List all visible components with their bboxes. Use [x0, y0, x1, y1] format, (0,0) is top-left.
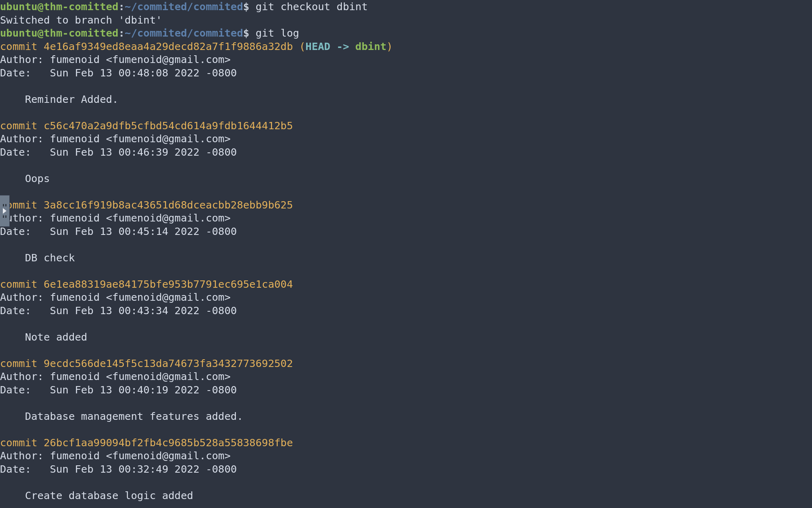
chevron-right-icon [3, 208, 6, 214]
commit-message: DB check [0, 252, 75, 264]
prompt-dollar: $ [243, 27, 249, 39]
output-text: Date: Sun Feb 13 00:40:19 2022 -0800 [0, 384, 237, 396]
commit-keyword: commit [0, 40, 43, 52]
terminal-line: DB check [0, 251, 812, 265]
terminal-line: commit 9ecdc566de145f5c13da74673fa343277… [0, 357, 812, 370]
prompt-path: ~/commited/commited [125, 27, 243, 39]
terminal-line [0, 238, 812, 251]
terminal-line [0, 475, 812, 489]
commit-hash: 3a8cc16f919b8ac43651d68dceacbb28ebb9b625 [43, 199, 293, 211]
commit-message: Oops [0, 172, 50, 185]
prompt-colon: : [119, 0, 125, 13]
command-text: git checkout dbint [249, 0, 368, 13]
output-text: Author: fumenoid <fumenoid@gmail.com> [0, 53, 231, 65]
commit-message: Note added [0, 331, 87, 343]
terminal-line: Author: fumenoid <fumenoid@gmail.com> [0, 370, 812, 383]
panel-expand-handle[interactable] [0, 195, 10, 227]
terminal-line: Author: fumenoid <fumenoid@gmail.com> [0, 449, 812, 462]
terminal-line: Create database logic added [0, 489, 812, 502]
ref-open-paren: ( [293, 40, 306, 52]
commit-hash: 4e16af9349ed8eaa4a29decd82a7f1f9886a32db [43, 40, 293, 52]
output-text: Author: fumenoid <fumenoid@gmail.com> [0, 291, 231, 303]
terminal-line: Reminder Added. [0, 93, 812, 106]
commit-keyword: commit [0, 119, 43, 132]
commit-keyword: commit [0, 278, 43, 290]
commit-message: Reminder Added. [0, 93, 119, 105]
terminal-line: Author: fumenoid <fumenoid@gmail.com> [0, 53, 812, 66]
terminal-line: commit 6e1ea88319ae84175bfe953b7791ec695… [0, 278, 812, 291]
head-ref: HEAD -> [305, 40, 355, 52]
prompt-user: ubuntu@thm-comitted [0, 0, 119, 13]
commit-hash: c56c470a2a9dfb5cfbd54cd614a9fdb1644412b5 [43, 119, 293, 132]
output-text: Date: Sun Feb 13 00:43:34 2022 -0800 [0, 304, 237, 317]
terminal-line [0, 343, 812, 357]
terminal-line: commit 26bcf1aa99094bf2fb4c9685b528a5583… [0, 436, 812, 449]
terminal-line [0, 185, 812, 198]
prompt-colon: : [119, 27, 125, 39]
output-text: Author: fumenoid <fumenoid@gmail.com> [0, 212, 231, 224]
terminal-line [0, 158, 812, 172]
commit-message: Database management features added. [0, 410, 243, 422]
prompt-user: ubuntu@thm-comitted [0, 27, 119, 39]
terminal-line: Switched to branch 'dbint' [0, 13, 812, 27]
commit-keyword: commit [0, 436, 43, 449]
terminal-line: Date: Sun Feb 13 00:43:34 2022 -0800 [0, 304, 812, 317]
commit-hash: 6e1ea88319ae84175bfe953b7791ec695e1ca004 [43, 278, 293, 290]
terminal-line: Author: fumenoid <fumenoid@gmail.com> [0, 291, 812, 304]
commit-hash: 9ecdc566de145f5c13da74673fa3432773692502 [43, 357, 293, 369]
terminal-line [0, 317, 812, 330]
terminal-line: Author: fumenoid <fumenoid@gmail.com> [0, 211, 812, 225]
terminal-line [0, 106, 812, 119]
output-text: Author: fumenoid <fumenoid@gmail.com> [0, 370, 231, 382]
terminal-line [0, 396, 812, 410]
terminal-line: Date: Sun Feb 13 00:48:08 2022 -0800 [0, 66, 812, 80]
terminal-line: Date: Sun Feb 13 00:32:49 2022 -0800 [0, 462, 812, 476]
terminal-line: commit c56c470a2a9dfb5cfbd54cd614a9fdb16… [0, 119, 812, 132]
terminal-line: Note added [0, 330, 812, 344]
command-text: git log [249, 27, 299, 39]
terminal-output[interactable]: ubuntu@thm-comitted:~/commited/commited$… [0, 0, 812, 502]
output-text: Author: fumenoid <fumenoid@gmail.com> [0, 132, 231, 145]
terminal-line: Date: Sun Feb 13 00:46:39 2022 -0800 [0, 145, 812, 159]
output-text: Author: fumenoid <fumenoid@gmail.com> [0, 449, 231, 462]
output-text: Date: Sun Feb 13 00:45:14 2022 -0800 [0, 225, 237, 237]
output-text: Date: Sun Feb 13 00:32:49 2022 -0800 [0, 463, 237, 475]
commit-keyword: commit [0, 357, 43, 369]
terminal-line [0, 423, 812, 436]
output-text: Date: Sun Feb 13 00:48:08 2022 -0800 [0, 67, 237, 79]
terminal-line: ubuntu@thm-comitted:~/commited/commited$… [0, 0, 812, 13]
terminal-line: Database management features added. [0, 410, 812, 423]
output-text: Date: Sun Feb 13 00:46:39 2022 -0800 [0, 146, 237, 158]
ref-close-paren: ) [387, 40, 393, 52]
prompt-dollar: $ [243, 0, 249, 13]
commit-message: Create database logic added [0, 489, 193, 501]
output-text: Switched to branch 'dbint' [0, 14, 162, 26]
prompt-path: ~/commited/commited [125, 0, 243, 13]
terminal-line: commit 3a8cc16f919b8ac43651d68dceacbb28e… [0, 198, 812, 212]
terminal-line [0, 79, 812, 93]
terminal-line: Author: fumenoid <fumenoid@gmail.com> [0, 132, 812, 145]
terminal-line: Date: Sun Feb 13 00:45:14 2022 -0800 [0, 225, 812, 238]
branch-ref: dbint [355, 40, 387, 52]
commit-hash: 26bcf1aa99094bf2fb4c9685b528a55838698fbe [43, 436, 293, 449]
terminal-line: Date: Sun Feb 13 00:40:19 2022 -0800 [0, 383, 812, 397]
terminal-line: Oops [0, 172, 812, 185]
terminal-line: commit 4e16af9349ed8eaa4a29decd82a7f1f98… [0, 40, 812, 53]
terminal-line: ubuntu@thm-comitted:~/commited/commited$… [0, 26, 812, 40]
terminal-line [0, 264, 812, 278]
